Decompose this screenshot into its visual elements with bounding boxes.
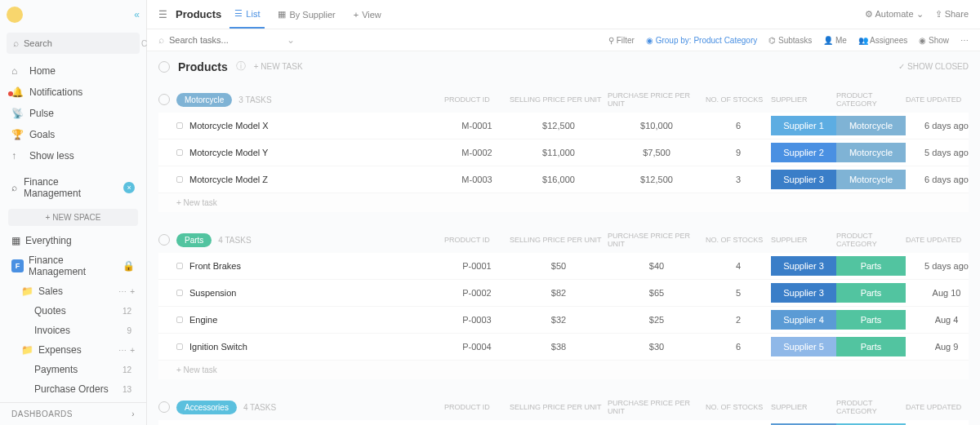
status-dot[interactable] <box>176 290 183 296</box>
tree-invoices[interactable]: Invoices9 <box>0 321 146 340</box>
col-stocks: NO. OF STOCKS <box>706 398 771 416</box>
status-dot[interactable] <box>176 149 183 156</box>
tree-sales[interactable]: 📁Sales⋯+ <box>0 281 146 301</box>
category-badge[interactable]: Parts <box>836 283 906 303</box>
tab-list[interactable]: ☰List <box>229 0 265 29</box>
tree-quotes[interactable]: Quotes12 <box>0 301 146 321</box>
supplier-badge[interactable]: Supplier 1 <box>771 116 836 135</box>
sidebar-search[interactable]: ⌕ Ctrl+K <box>7 33 140 54</box>
tree-finance-mgmt[interactable]: FFinance Management🔒 <box>0 250 146 281</box>
collapse-group-icon[interactable] <box>158 94 170 105</box>
info-icon[interactable]: ⓘ <box>236 60 246 73</box>
nav-goals[interactable]: 🏆Goals <box>0 124 146 145</box>
status-dot[interactable] <box>176 343 183 350</box>
category-badge[interactable]: Motorcycle <box>836 143 906 162</box>
more-icon[interactable]: ⋯ <box>118 287 127 296</box>
col-stocks: NO. OF STOCKS <box>706 91 771 108</box>
table-row[interactable]: Helmet A-0001 $125 $100 6 Supplier 4 Acc… <box>158 420 969 425</box>
supplier-badge[interactable]: Supplier 4 <box>771 310 836 330</box>
me-button[interactable]: 👤 Me <box>823 36 847 45</box>
folder-icon: 📁 <box>21 286 33 297</box>
table-row[interactable]: Engine P-0003 $32 $25 2 Supplier 4 Parts… <box>158 307 969 334</box>
nav-home[interactable]: ⌂Home <box>0 60 146 82</box>
tab-by-supplier[interactable]: ▦By Supplier <box>273 1 340 28</box>
nav-notifications[interactable]: 🔔Notifications <box>0 82 146 103</box>
add-view[interactable]: +View <box>349 2 386 28</box>
status-dot[interactable] <box>176 122 183 129</box>
collapse-group-icon[interactable] <box>158 234 170 246</box>
group: Accessories 4 TASKS PRODUCT ID SELLING P… <box>158 394 969 425</box>
cell-product-id: M-0002 <box>444 148 510 157</box>
group-pill[interactable]: Accessories <box>176 401 237 414</box>
automate-button[interactable]: ⚙ Automate ⌄ <box>865 9 924 20</box>
table-row[interactable]: Suspension P-0002 $82 $65 5 Supplier 3 P… <box>158 280 969 307</box>
table-row[interactable]: Motorcycle Model X M-0001 $12,500 $10,00… <box>158 113 969 139</box>
group-by-button[interactable]: ◉ Group by: Product Category <box>646 36 757 45</box>
new-task-row[interactable]: + New task <box>158 361 969 379</box>
sidebar-footer[interactable]: DASHBOARDS › <box>0 402 146 425</box>
task-search[interactable]: ⌕ ⌄ <box>158 34 600 46</box>
status-dot[interactable] <box>176 176 183 183</box>
status-dot[interactable] <box>176 317 183 323</box>
table-row[interactable]: Motorcycle Model Z M-0003 $16,000 $12,50… <box>158 166 969 193</box>
assignees-button[interactable]: 👥 Assignees <box>858 36 907 45</box>
category-badge[interactable]: Motorcycle <box>836 116 906 135</box>
group-pill[interactable]: Motorcycle <box>176 93 232 107</box>
category-badge[interactable]: Motorcycle <box>836 170 906 189</box>
category-badge[interactable]: Parts <box>836 310 906 330</box>
avatar[interactable] <box>7 7 23 23</box>
supplier-badge[interactable]: Supplier 3 <box>771 283 836 303</box>
cell-product-id: P-0004 <box>444 342 510 352</box>
tree-purchase-orders[interactable]: Purchase Orders13 <box>0 379 146 399</box>
col-supplier: SUPPLIER <box>771 91 836 108</box>
cell-date-updated: Aug 10 <box>906 288 980 298</box>
show-closed-button[interactable]: ✓ SHOW CLOSED <box>898 62 969 71</box>
category-badge[interactable]: Parts <box>836 337 906 356</box>
new-task-row[interactable]: + New task <box>158 193 969 212</box>
supplier-badge[interactable]: Supplier 3 <box>771 170 836 189</box>
close-space-icon[interactable]: × <box>123 182 135 193</box>
tree-payments[interactable]: Payments12 <box>0 360 146 379</box>
collapse-group-icon[interactable] <box>158 401 170 413</box>
plus-icon[interactable]: + <box>130 346 135 355</box>
cell-date-updated: 6 days ago <box>906 175 980 184</box>
new-space-button[interactable]: + NEW SPACE <box>8 209 138 226</box>
cell-stock: 3 <box>706 175 771 184</box>
collapse-sidebar-icon[interactable]: « <box>134 9 140 20</box>
supplier-badge[interactable]: Supplier 3 <box>771 256 836 276</box>
supplier-badge[interactable]: Supplier 2 <box>771 143 836 162</box>
cell-date-updated: 5 days ago <box>906 261 980 271</box>
chevron-down-icon[interactable]: ⌄ <box>287 34 295 46</box>
more-icon[interactable]: ⋯ <box>118 346 127 355</box>
cell-selling-price: $16,000 <box>510 175 608 184</box>
group-pill[interactable]: Parts <box>176 233 212 247</box>
tree-expenses[interactable]: 📁Expenses⋯+ <box>0 340 146 360</box>
cell-selling-price: $38 <box>510 342 608 352</box>
col-category: PRODUCT CATEGORY <box>836 394 906 420</box>
more-icon[interactable]: ⋯ <box>960 36 969 45</box>
filter-button[interactable]: ⚲ Filter <box>608 36 635 45</box>
new-task-button[interactable]: + NEW TASK <box>254 62 303 71</box>
cell-product-id: P-0001 <box>444 261 510 271</box>
table-row[interactable]: Motorcycle Model Y M-0002 $11,000 $7,500… <box>158 139 969 166</box>
status-dot[interactable] <box>176 263 183 269</box>
show-button[interactable]: ◉ Show <box>919 36 949 45</box>
sidebar-search-input[interactable] <box>24 38 136 48</box>
col-updated: DATE UPDATED <box>906 398 980 416</box>
table-row[interactable]: Front Brakes P-0001 $50 $40 4 Supplier 3… <box>158 253 969 280</box>
supplier-badge[interactable]: Supplier 5 <box>771 337 836 356</box>
nav-pulse[interactable]: 📡Pulse <box>0 103 146 124</box>
arrow-up-icon: ↑ <box>11 150 23 162</box>
space-header[interactable]: ⌕ Finance Management × <box>0 170 146 206</box>
nav-show-less[interactable]: ↑Show less <box>0 145 146 166</box>
collapse-all-icon[interactable] <box>158 61 170 73</box>
category-badge[interactable]: Parts <box>836 256 906 276</box>
space-icon: F <box>11 259 24 272</box>
task-search-input[interactable] <box>169 35 282 45</box>
subtasks-button[interactable]: ⌬ Subtasks <box>768 36 812 45</box>
plus-icon[interactable]: + <box>130 287 135 296</box>
col-product-id: PRODUCT ID <box>444 398 510 416</box>
table-row[interactable]: Ignition Switch P-0004 $38 $30 6 Supplie… <box>158 334 969 361</box>
tree-everything[interactable]: ▦Everything <box>0 231 146 250</box>
share-button[interactable]: ⇪ Share <box>935 9 969 20</box>
